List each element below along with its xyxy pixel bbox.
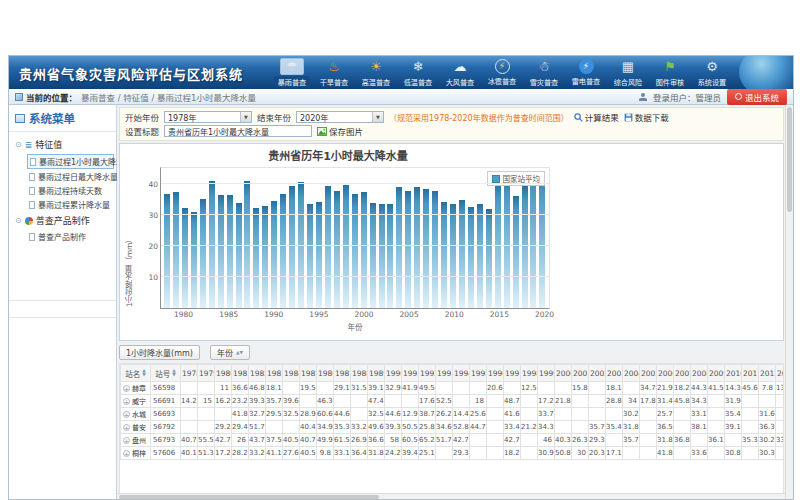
table-row[interactable]: +赫章565981136.646.818.119.529.131.539.132… [121, 382, 785, 395]
column-header-1995[interactable]: 1995 [470, 365, 487, 382]
nav-item-risk[interactable]: ▦综合风险 [609, 57, 647, 87]
column-header-2009[interactable]: 2009 [708, 365, 725, 382]
column-header-2001[interactable]: 2001 [572, 365, 589, 382]
column-header-station[interactable]: 站名▲▼ [121, 365, 151, 382]
column-header-1983[interactable]: 1983 [266, 365, 283, 382]
nav-item-drought[interactable]: ♨干旱普查 [315, 57, 353, 87]
expand-row-icon[interactable]: + [123, 424, 130, 431]
column-header-1980[interactable]: 1980 [215, 365, 232, 382]
tree-item[interactable]: 暴雨过程累计降水量 [27, 198, 114, 211]
column-header-1990[interactable]: 1990 [385, 365, 402, 382]
column-header-1996[interactable]: 1996 [487, 365, 504, 382]
column-header-1979[interactable]: 1979 [198, 365, 215, 382]
logout-button[interactable]: 退出系统 [727, 89, 787, 105]
breadcrumb[interactable]: 暴雨普查 / 特征值 / 暴雨过程1小时最大降水量 [81, 91, 256, 103]
expand-row-icon[interactable]: + [123, 450, 130, 457]
expand-toggle-icon[interactable]: ⊙ [15, 140, 22, 149]
column-header-2008[interactable]: 2008 [691, 365, 708, 382]
column-header-1987[interactable]: 1987 [334, 365, 351, 382]
horizontal-scrollbar-thumb[interactable] [119, 495, 379, 499]
column-header-1997[interactable]: 1997 [504, 365, 521, 382]
chart-title-input[interactable] [164, 125, 312, 137]
column-header-2012[interactable]: 2012 [759, 365, 776, 382]
nav-item-snow[interactable]: ☃雪灾普查 [525, 57, 563, 87]
column-header-1994[interactable]: 1994 [453, 365, 470, 382]
column-header-1978[interactable]: 1978 [181, 365, 198, 382]
value-cell [555, 408, 572, 421]
column-header-1998[interactable]: 1998 [521, 365, 538, 382]
nav-item-hail[interactable]: ⚡冰雹普查 [483, 57, 521, 87]
expand-row-icon[interactable]: + [123, 398, 130, 405]
nav-item-wind[interactable]: ☁大风普查 [441, 57, 479, 87]
nav-item-settings[interactable]: ⚙系统设置 [693, 57, 731, 87]
list-icon: ≣ [25, 140, 33, 150]
value-cell: 33.6 [691, 447, 708, 460]
vertical-scrollbar[interactable] [785, 105, 793, 500]
column-header-2007[interactable]: 2007 [674, 365, 691, 382]
station-name: 水城 [132, 409, 146, 419]
value-cell [521, 434, 538, 447]
tree-group-header[interactable]: ⊙≣特征值 [11, 136, 114, 153]
column-header-1988[interactable]: 1988 [351, 365, 368, 382]
wind-icon: ☁ [448, 58, 472, 75]
expand-toggle-icon[interactable]: ⊙ [15, 216, 22, 225]
bar-1990 [271, 201, 277, 308]
column-header-2002[interactable]: 2002 [589, 365, 606, 382]
column-header-2010[interactable]: 2010 [725, 365, 742, 382]
tree-item[interactable]: 普查产品制作 [27, 230, 114, 243]
tree-item[interactable]: 暴雨过程持续天数 [27, 184, 114, 197]
horizontal-scrollbar[interactable] [117, 493, 785, 500]
tree-item[interactable]: 暴雨过程1小时最大降水量 [27, 154, 114, 169]
column-header-1982[interactable]: 1982 [249, 365, 266, 382]
nav-item-map-review[interactable]: ⚑图件审核 [651, 57, 689, 87]
vertical-scrollbar-thumb[interactable] [787, 107, 792, 212]
column-header-id[interactable]: 站号▲▼ [151, 365, 181, 382]
nav-item-lightning[interactable]: ⚡雷电普查 [567, 57, 605, 87]
column-header-1981[interactable]: 1981 [232, 365, 249, 382]
end-year-select[interactable]: 2020年 ▼ [296, 111, 384, 123]
column-header-1986[interactable]: 1986 [317, 365, 334, 382]
expand-row-icon[interactable]: + [123, 437, 130, 444]
column-header-1991[interactable]: 1991 [402, 365, 419, 382]
column-header-1999[interactable]: 1999 [538, 365, 555, 382]
start-year-select[interactable]: 1978年 ▼ [164, 111, 252, 123]
nav-item-heat[interactable]: ☀高温普查 [357, 57, 395, 87]
calculate-button[interactable]: 计算结果 [574, 111, 619, 123]
tree-item[interactable]: 暴雨过程日最大降水量 [27, 170, 114, 183]
nav-item-lowtemp[interactable]: ❄低温普查 [399, 57, 437, 87]
table-row[interactable]: +普安5679229.229.451.740.434.935.333.249.6… [121, 421, 785, 434]
column-header-1984[interactable]: 1984 [283, 365, 300, 382]
column-header-2000[interactable]: 2000 [555, 365, 572, 382]
download-button[interactable]: 数据下载 [624, 111, 669, 123]
value-cell: 52.8 [453, 421, 470, 434]
column-header-1993[interactable]: 1993 [436, 365, 453, 382]
value-cell [742, 421, 759, 434]
tree-group-header[interactable]: ⊙普查产品制作 [11, 212, 114, 229]
year-sort-button[interactable]: 年份 ▲▼ [210, 345, 250, 360]
unit-button[interactable]: 1小时降水量(mm) [119, 345, 200, 360]
column-header-1989[interactable]: 1989 [368, 365, 385, 382]
nav-item-rainstorm[interactable]: ☂暴雨普查 [273, 57, 311, 87]
column-header-2004[interactable]: 2004 [623, 365, 640, 382]
value-cell: 17.8 [640, 395, 657, 408]
table-row[interactable]: +桐梓5760640.151.317.228.233.241.127.640.5… [121, 447, 785, 460]
nav-item-label: 低温普查 [400, 76, 436, 86]
column-header-2011[interactable]: 2011 [742, 365, 759, 382]
column-header-2006[interactable]: 2006 [657, 365, 674, 382]
column-header-2013[interactable]: 2013 [776, 365, 785, 382]
table-row[interactable]: +威宁5669114.21516.223.239.335.739.646.347… [121, 395, 785, 408]
table-row[interactable]: +盘州5679340.755.542.72643.737.540.540.749… [121, 434, 785, 447]
value-cell: 49.6 [368, 421, 385, 434]
expand-row-icon[interactable]: + [123, 411, 130, 418]
value-cell [674, 447, 691, 460]
column-header-1985[interactable]: 1985 [300, 365, 317, 382]
chart-bars [161, 168, 549, 308]
table-row[interactable]: +水城5669341.832.729.532.528.960.644.632.5… [121, 408, 785, 421]
save-image-button[interactable]: 保存图片 [317, 125, 363, 137]
column-header-2005[interactable]: 2005 [640, 365, 657, 382]
nav-item-label: 系统设置 [694, 76, 730, 86]
expand-row-icon[interactable]: + [123, 385, 130, 392]
column-header-1992[interactable]: 1992 [419, 365, 436, 382]
column-header-2003[interactable]: 2003 [606, 365, 623, 382]
x-axis-tick: 2010 [445, 310, 464, 319]
